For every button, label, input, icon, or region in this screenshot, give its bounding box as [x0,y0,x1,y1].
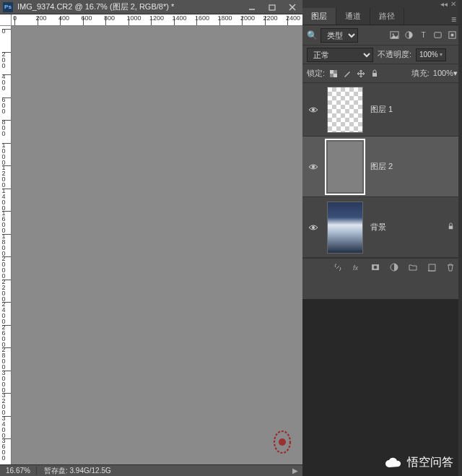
svg-text:fx: fx [353,264,359,272]
filter-shape-icon[interactable] [432,30,443,41]
layer-row[interactable]: 图层 1 [302,83,462,137]
link-layers-icon[interactable] [332,261,344,273]
svg-rect-25 [429,264,435,271]
app-icon: Ps [3,2,13,12]
scratch-label: 暂存盘: [44,467,68,475]
lock-label: 锁定: [307,68,325,79]
lock-brush-icon[interactable] [342,69,352,79]
tab-layers[interactable]: 图层 [302,8,336,25]
svg-point-5 [279,438,286,446]
layer-thumbnail[interactable] [327,202,363,254]
svg-point-23 [374,265,378,269]
close-button[interactable] [285,2,300,12]
scratch-value: 3.94G/12.5G [69,467,110,475]
new-layer-icon[interactable] [426,261,437,273]
blend-opacity-row: 正常 不透明度: 100%▾ [302,46,462,64]
cloud-icon [384,456,403,469]
svg-rect-1 [269,5,275,10]
fill-value[interactable]: 100%▾ [433,69,458,78]
svg-text:T: T [421,31,425,39]
svg-rect-16 [372,73,377,77]
maximize-button[interactable] [265,2,279,12]
tab-paths[interactable]: 路径 [370,8,404,25]
filter-smart-icon[interactable] [446,30,458,41]
ruler-corner [0,14,12,26]
svg-rect-20 [449,226,453,230]
chevron-right-icon[interactable]: ▶ [288,467,302,475]
ruler-vertical[interactable]: 0200400600800100012001400160018002000220… [0,26,12,464]
svg-point-18 [312,165,315,168]
document-window: Ps IMG_9374.CR2 @ 16.7% (图层 2, RGB/8*) *… [0,0,302,476]
svg-rect-14 [330,70,334,74]
svg-point-7 [392,33,393,35]
lock-fill-row: 锁定: 填充: 100%▾ [302,64,462,83]
svg-rect-10 [434,33,440,38]
visibility-toggle[interactable] [307,163,320,170]
adjustment-layer-icon[interactable] [388,261,400,273]
layer-filter-row: 🔍 类型 T [302,25,462,46]
window-buttons [245,2,300,12]
titlebar[interactable]: Ps IMG_9374.CR2 @ 16.7% (图层 2, RGB/8*) * [0,0,302,14]
filter-text-icon[interactable]: T [417,30,429,41]
blend-mode-select[interactable]: 正常 [307,48,373,62]
opacity-value[interactable]: 100%▾ [416,48,446,61]
lock-icon [447,222,455,232]
svg-rect-12 [450,34,453,37]
lock-position-icon[interactable] [356,69,366,79]
layers-list: 图层 1 图层 2 背景 [302,83,462,258]
panel-resize-grip[interactable] [458,0,462,476]
layer-thumbnail[interactable] [327,87,363,133]
minimize-button[interactable] [245,2,259,12]
search-icon: 🔍 [307,30,318,40]
layer-thumbnail[interactable] [327,141,363,193]
trash-icon[interactable] [445,261,456,273]
layer-name[interactable]: 图层 1 [370,104,458,115]
layer-name[interactable]: 背景 [370,222,440,233]
ruler-horizontal[interactable]: 0200400600800100012001400160018002000220… [12,14,302,26]
empty-panel-area [302,299,458,476]
group-icon[interactable] [407,261,419,273]
filter-image-icon[interactable] [388,30,400,41]
layers-panel-footer: fx [302,258,462,275]
panel-tabs: 图层 通道 路径 ≡ [302,8,462,25]
layer-row[interactable]: 图层 2 [302,137,462,197]
canvas[interactable] [12,26,302,464]
opacity-label: 不透明度: [378,49,411,60]
status-bar: 16.67% 暂存盘: 3.94G/12.5G ▶ [0,464,302,476]
svg-rect-15 [334,74,337,77]
watermark-stamp [272,430,292,454]
brand-text: 悟空问答 [407,455,453,470]
layer-name[interactable]: 图层 2 [370,161,458,172]
visibility-toggle[interactable] [307,224,320,231]
layer-row[interactable]: 背景 [302,197,462,258]
document-title: IMG_9374.CR2 @ 16.7% (图层 2, RGB/8*) * [17,1,245,12]
fx-icon[interactable]: fx [351,261,362,273]
visibility-toggle[interactable] [307,106,320,113]
lock-all-icon[interactable] [370,69,380,79]
filter-adjust-icon[interactable] [403,30,414,41]
fill-label: 填充: [411,68,430,79]
svg-point-19 [312,226,315,229]
svg-point-17 [312,108,315,111]
zoom-level[interactable]: 16.67% [0,467,37,475]
panel-collapse-bar[interactable]: ◂◂✕ [302,0,462,8]
mask-icon[interactable] [370,261,381,273]
brand-watermark: 悟空问答 [384,455,453,470]
lock-pixels-icon[interactable] [328,69,339,79]
scratch-disk-info[interactable]: 暂存盘: 3.94G/12.5G [37,466,288,476]
tab-channels[interactable]: 通道 [336,8,370,25]
filter-kind-select[interactable]: 类型 [321,28,358,43]
